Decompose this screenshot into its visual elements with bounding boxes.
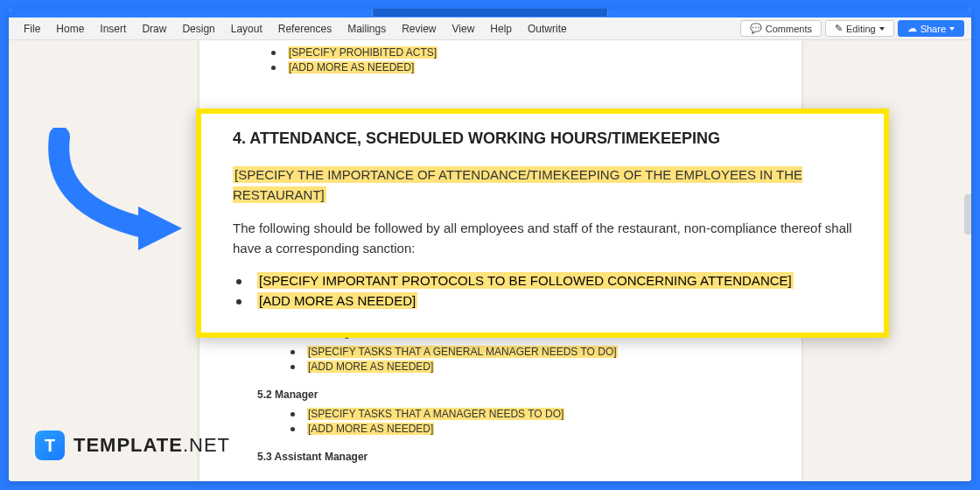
app-window: File Home Insert Draw Design Layout Refe… [9,9,971,481]
bullet-icon [236,299,242,304]
logo-text: TEMPLATE.NET [74,434,230,457]
watermark-logo: T TEMPLATE.NET [35,430,230,460]
pencil-icon [835,23,843,34]
list-item: [SPECIFY PROHIBITED ACTS] [271,46,770,59]
list-item: [ADD MORE AS NEEDED] [290,360,770,373]
menu-insert[interactable]: Insert [92,19,134,38]
menu-home[interactable]: Home [48,19,92,38]
menu-outwrite[interactable]: Outwrite [520,19,575,38]
title-bar [9,9,971,18]
placeholder-text: [SPECIFY THE IMPORTANCE OF ATTENDANCE/TI… [233,166,802,203]
placeholder-text: [ADD MORE AS NEEDED] [307,360,434,373]
logo-icon: T [35,430,65,460]
placeholder-text: [SPECIFY PROHIBITED ACTS] [288,46,438,59]
menu-draw[interactable]: Draw [134,19,174,38]
highlight-callout: 4. ATTENDANCE, SCHEDULED WORKING HOURS/T… [196,108,889,338]
menu-file[interactable]: File [16,19,48,38]
title-search-pill[interactable] [372,9,608,18]
menu-view[interactable]: View [444,19,483,38]
menu-design[interactable]: Design [174,19,222,38]
bullet-icon [290,412,295,416]
bullet-icon [290,427,295,431]
placeholder-text: [SPECIFY TASKS THAT A GENERAL MANAGER NE… [307,346,618,358]
list-item: [SPECIFY TASKS THAT A MANAGER NEEDS TO D… [290,408,770,420]
list-item: [SPECIFY TASKS THAT A GENERAL MANAGER NE… [290,346,770,358]
menu-mailings[interactable]: Mailings [340,19,394,38]
section-5-2-heading: 5.2 Manager [257,388,770,401]
comments-label: Comments [766,24,812,34]
section-5-3-heading: 5.3 Assistant Manager [257,451,770,463]
document-canvas[interactable]: [SPECIFY PROHIBITED ACTS] [ADD MORE AS N… [9,40,971,481]
list-item: [ADD MORE AS NEEDED] [233,292,852,309]
editing-button[interactable]: Editing [825,20,894,37]
editing-label: Editing [846,24,876,34]
menu-layout[interactable]: Layout [223,19,270,38]
share-icon [907,23,917,34]
list-item: [SPECIFY IMPORTANT PROTOCOLS TO BE FOLLO… [233,272,852,289]
comment-icon [750,23,762,34]
bullet-icon [236,279,242,284]
menu-references[interactable]: References [270,19,340,38]
bullet-icon [271,66,276,70]
comments-button[interactable]: Comments [740,20,822,37]
placeholder-text: [ADD MORE AS NEEDED] [288,61,415,74]
callout-heading: 4. ATTENDANCE, SCHEDULED WORKING HOURS/T… [233,130,852,148]
chevron-down-icon [879,27,885,31]
bullet-icon [271,51,276,55]
menu-bar: File Home Insert Draw Design Layout Refe… [9,18,971,40]
menu-help[interactable]: Help [482,19,520,38]
placeholder-text: [ADD MORE AS NEEDED] [257,292,417,309]
list-item: [ADD MORE AS NEEDED] [290,423,770,435]
share-label: Share [920,24,946,34]
placeholder-text: [SPECIFY IMPORTANT PROTOCOLS TO BE FOLLO… [257,272,794,289]
menu-review[interactable]: Review [394,19,444,38]
bullet-icon [290,350,295,354]
callout-paragraph: The following should be followed by all … [233,219,852,258]
scroll-indicator[interactable] [964,194,971,234]
bullet-icon [290,365,295,369]
placeholder-text: [ADD MORE AS NEEDED] [307,423,434,435]
chevron-down-icon [949,27,955,31]
share-button[interactable]: Share [898,20,964,37]
arrow-annotation-icon [42,128,191,259]
placeholder-text: [SPECIFY TASKS THAT A MANAGER NEEDS TO D… [307,408,564,420]
list-item: [ADD MORE AS NEEDED] [271,61,770,74]
